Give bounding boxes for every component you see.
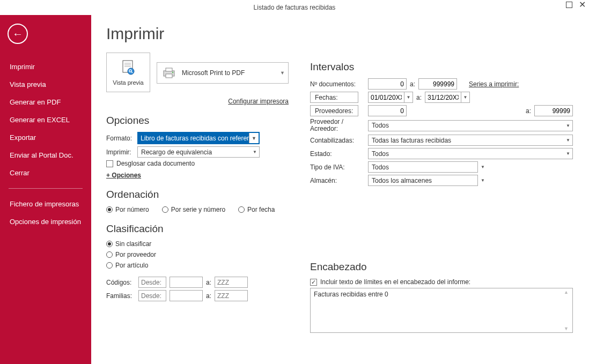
codigos-hasta-input[interactable] [215,277,248,288]
incluir-limits-label: Incluir texto de límites en el encabezad… [320,278,470,286]
preview-button[interactable]: Vista previa [106,53,150,92]
sidebar-item-enviar-portal[interactable]: Enviar al Portal Doc. [0,146,91,164]
radio-icon [106,251,113,258]
close-icon[interactable]: ✕ [579,2,586,8]
ndoc-label: Nº documentos: [310,80,365,88]
a-label: a: [526,107,531,115]
a-label: a: [206,279,211,286]
codigos-desde-value[interactable] [170,277,203,288]
almacen-label: Almacén: [310,177,365,184]
clas-por-articulo[interactable]: Por artículo [106,262,289,269]
chevron-down-icon: ▼ [564,121,572,131]
printer-select[interactable]: Microsoft Print to PDF ▼ [157,62,289,84]
clas-por-proveedor[interactable]: Por proveedor [106,251,289,258]
intervalos-heading: Intervalos [310,61,573,73]
chevron-down-icon: ▼ [478,162,487,172]
series-print-link[interactable]: Series a imprimir: [469,80,519,88]
fechas-button[interactable]: Fechas: [310,92,358,103]
page-title: Imprimir [106,25,289,43]
more-options-link[interactable]: + Opciones [106,172,141,179]
sidebar-item-fichero-impresoras[interactable]: Fichero de impresoras [0,195,91,213]
titlebar: Listado de facturas recibidas ✕ [0,0,589,15]
prov-acreedor-label: Proveedor / Acreedor: [310,118,365,132]
codigos-label: Códigos: [106,279,135,286]
chevron-down-icon: ▼ [280,70,285,76]
chevron-down-icon[interactable]: ▼ [461,92,470,103]
familias-desde-value[interactable] [170,290,203,301]
orden-por-fecha[interactable]: Por fecha [238,206,275,213]
svg-point-10 [172,72,173,73]
encabezado-textarea[interactable]: Facturas recibidas entre 0 ▲▼ [310,288,573,333]
chevron-down-icon: ▼ [478,175,487,185]
sidebar-item-cerrar[interactable]: Cerrar [0,164,91,182]
fecha-to-input[interactable] [425,92,461,103]
chevron-down-icon: ▼ [251,147,259,157]
familias-hasta-input[interactable] [215,290,248,301]
configure-printer-link[interactable]: Configurar impresora [106,98,289,105]
a-label: a: [416,94,422,101]
imprimir-select[interactable]: Recargo de equivalencia [137,146,260,158]
contab-select[interactable]: Todas las facturas recibidas ▼ [368,135,573,146]
orden-por-numero[interactable]: Por número [106,206,149,213]
radio-icon [106,241,113,247]
opciones-heading: Opciones [106,115,289,127]
tipoiva-select[interactable]: Todos ▼ [368,161,488,173]
chevron-down-icon[interactable]: ▼ [249,133,259,143]
radio-icon [238,206,245,213]
desglosar-label: Desglosar cada documento [116,160,195,167]
clasificacion-heading: Clasificación [106,223,289,235]
estado-label: Estado: [310,150,365,158]
chevron-down-icon: ▼ [564,135,572,145]
desglosar-checkbox[interactable] [106,160,113,167]
familias-desde-input[interactable] [138,290,166,301]
window-title: Listado de facturas recibidas [254,4,336,11]
preview-label: Vista previa [113,79,143,86]
formato-label: Formato: [106,135,137,142]
a-label: a: [206,292,211,300]
sidebar-item-opciones-impresion[interactable]: Opciones de impresión [0,213,91,231]
sidebar-item-exportar[interactable]: Exportar [0,129,91,146]
almacen-select[interactable]: Todos los almacenes ▼ [368,175,488,186]
document-preview-icon [119,59,137,77]
sidebar-item-imprimir[interactable]: Imprimir [0,58,91,76]
codigos-desde-input[interactable] [138,277,166,288]
formato-select[interactable]: Libro de facturas recibidas con referen … [137,132,260,144]
back-button[interactable]: ← [8,24,28,44]
ordenacion-heading: Ordenación [106,189,289,200]
radio-icon [106,206,113,213]
tipoiva-label: Tipo de IVA: [310,164,365,171]
imprimir-value: Recargo de equivalencia [141,148,212,156]
radio-icon [106,262,113,269]
printer-name: Microsoft Print to PDF [182,69,245,77]
encabezado-text: Facturas recibidas entre 0 [314,291,388,298]
proveedores-button[interactable]: Proveedores: [310,105,358,116]
fecha-from-input[interactable] [368,92,404,103]
sidebar-item-vista-previa[interactable]: Vista previa [0,76,91,93]
sidebar-item-generar-pdf[interactable]: Generar en PDF [0,93,91,111]
estado-select[interactable]: Todos ▼ [368,148,573,159]
chevron-down-icon[interactable]: ▼ [404,92,413,103]
prov-acreedor-select[interactable]: Todos ▼ [368,120,573,131]
prov-to-input[interactable] [534,105,573,116]
a-label: a: [410,80,415,88]
imprimir-label: Imprimir: [106,148,137,156]
svg-rect-9 [166,74,172,78]
scrollbar[interactable]: ▲▼ [564,289,571,331]
incluir-limits-checkbox[interactable] [310,279,317,286]
formato-value: Libro de facturas recibidas con referen [138,133,249,143]
familias-label: Familias: [106,292,135,300]
svg-rect-8 [166,68,172,71]
prov-from-input[interactable] [368,105,407,116]
printer-icon [161,66,176,79]
chevron-down-icon: ▼ [564,148,572,159]
maximize-icon[interactable] [566,2,572,8]
ndoc-to-input[interactable] [418,78,457,90]
orden-por-serie-numero[interactable]: Por serie y número [162,206,225,213]
radio-icon [162,206,168,213]
svg-point-4 [128,68,134,75]
clas-sin-clasificar[interactable]: Sin clasificar [106,240,289,248]
ndoc-from-input[interactable] [368,78,407,90]
sidebar-separator [9,188,83,189]
sidebar: ← Imprimir Vista previa Generar en PDF G… [0,15,91,364]
sidebar-item-generar-excel[interactable]: Generar en EXCEL [0,111,91,129]
